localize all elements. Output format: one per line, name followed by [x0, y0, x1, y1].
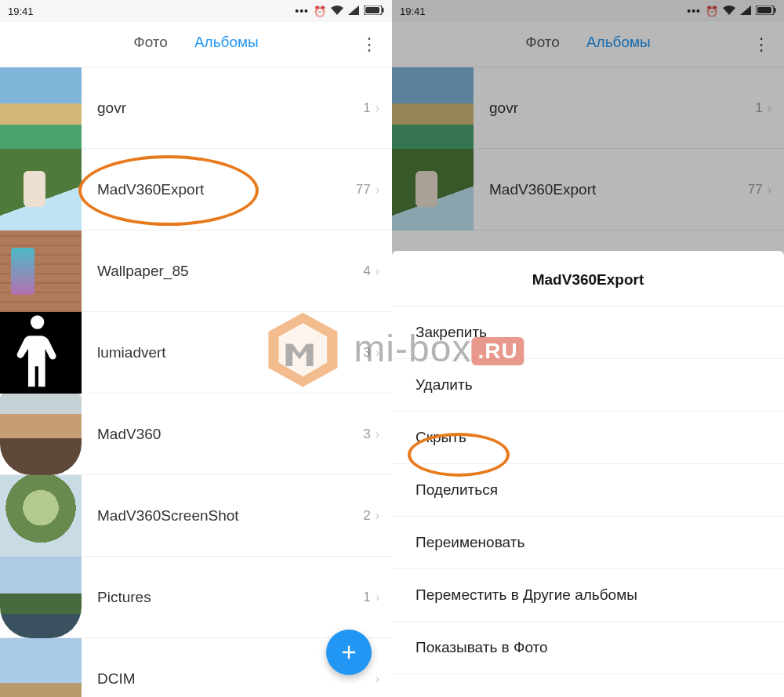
top-bar: Фото Альбомы ⋮	[0, 22, 392, 67]
plus-icon	[338, 641, 360, 663]
alarm-icon: ⏰	[314, 5, 326, 17]
notification-dots-icon: •••	[295, 5, 309, 17]
album-thumbnail	[0, 67, 82, 149]
album-row: govr 1 ›	[392, 67, 784, 149]
menu-item-delete[interactable]: Удалить	[392, 359, 784, 412]
status-bar: 19:41 ••• ⏰	[392, 0, 784, 22]
more-menu-button[interactable]: ⋮	[361, 22, 378, 67]
album-row[interactable]: MadV360ScreenShot 2 ›	[0, 475, 392, 557]
album-list[interactable]: govr 1 › MadV360Export 77 › Wallpaper_85…	[0, 67, 392, 697]
sheet-title: MadV360Export	[392, 251, 784, 307]
album-row[interactable]: MadV360Export 77 ›	[0, 149, 392, 231]
status-icons: ••• ⏰	[295, 5, 384, 17]
status-time: 19:41	[8, 5, 34, 17]
album-name: MadV360	[97, 426, 363, 443]
status-bar: 19:41 ••• ⏰	[0, 0, 392, 22]
svg-rect-1	[382, 8, 384, 13]
menu-item-rename[interactable]: Переименовать	[392, 517, 784, 569]
album-count: 1	[363, 100, 370, 116]
album-count: 77	[356, 182, 371, 198]
album-row: MadV360Export 77 ›	[392, 149, 784, 231]
album-thumbnail	[0, 557, 82, 638]
signal-icon	[348, 5, 359, 17]
tab-photos[interactable]: Фото	[525, 34, 560, 56]
album-row[interactable]: MadV360 3 ›	[0, 394, 392, 475]
chevron-right-icon: ›	[376, 183, 379, 197]
tab-albums[interactable]: Альбомы	[586, 34, 651, 56]
menu-item-pin[interactable]: Закрепить	[392, 307, 784, 359]
album-count: 4	[363, 263, 370, 279]
album-thumbnail	[392, 149, 474, 231]
chevron-right-icon: ›	[376, 264, 379, 278]
menu-item-hide[interactable]: Скрыть	[392, 412, 784, 464]
album-count: 77	[748, 182, 763, 198]
chevron-right-icon: ›	[376, 672, 379, 686]
menu-item-move[interactable]: Переместить в Другие альбомы	[392, 569, 784, 622]
album-thumbnail	[392, 67, 474, 149]
svg-rect-5	[757, 7, 771, 13]
chevron-right-icon: ›	[768, 101, 771, 115]
album-name: govr	[489, 100, 755, 117]
album-row[interactable]: lumiadvert 3 ›	[0, 312, 392, 394]
album-thumbnail	[0, 475, 82, 557]
album-count: 2	[363, 508, 370, 524]
album-thumbnail	[0, 394, 82, 475]
wifi-icon	[331, 5, 343, 17]
album-name: MadV360Export	[97, 181, 356, 198]
album-name: MadV360Export	[489, 181, 748, 198]
album-row[interactable]: govr 1 ›	[0, 67, 392, 149]
album-name: Wallpaper_85	[97, 263, 363, 280]
album-count: 1	[363, 590, 370, 605]
album-thumbnail	[0, 149, 82, 231]
album-name: lumiadvert	[97, 344, 363, 361]
album-name: govr	[97, 100, 363, 117]
album-thumbnail	[0, 312, 82, 394]
menu-item-show-in-photos[interactable]: Показывать в Фото	[392, 622, 784, 674]
album-thumbnail	[0, 638, 82, 698]
album-count: 3	[363, 427, 370, 442]
album-thumbnail	[0, 231, 82, 312]
add-album-button[interactable]	[326, 630, 372, 675]
album-row[interactable]: Pictures 1 ›	[0, 557, 392, 638]
alarm-icon: ⏰	[706, 5, 718, 17]
more-menu-button[interactable]: ⋮	[753, 22, 770, 67]
chevron-right-icon: ›	[768, 183, 771, 197]
album-name: DCIM	[97, 670, 371, 688]
album-row[interactable]: Wallpaper_85 4 ›	[0, 231, 392, 312]
signal-icon	[740, 5, 751, 17]
wifi-icon	[723, 5, 735, 17]
battery-icon	[756, 5, 776, 17]
chevron-right-icon: ›	[376, 346, 379, 360]
album-count: 1	[755, 100, 762, 116]
svg-rect-2	[365, 7, 379, 13]
album-name: MadV360ScreenShot	[97, 507, 363, 525]
screen-left: 19:41 ••• ⏰ Фото Альбомы ⋮ govr 1	[0, 0, 392, 697]
context-menu-sheet: MadV360Export Закрепить Удалить Скрыть П…	[392, 251, 784, 697]
chevron-right-icon: ›	[376, 590, 379, 604]
notification-dots-icon: •••	[687, 5, 701, 17]
album-count: 3	[363, 345, 370, 361]
menu-item-share[interactable]: Поделиться	[392, 464, 784, 517]
tab-albums[interactable]: Альбомы	[194, 34, 259, 56]
svg-rect-4	[774, 8, 776, 13]
album-name: Pictures	[97, 589, 363, 606]
chevron-right-icon: ›	[376, 509, 379, 523]
status-icons: ••• ⏰	[687, 5, 776, 17]
top-bar: Фото Альбомы ⋮	[392, 22, 784, 67]
battery-icon	[364, 5, 384, 17]
chevron-right-icon: ›	[376, 101, 379, 115]
chevron-right-icon: ›	[376, 427, 379, 441]
album-list: govr 1 › MadV360Export 77 ›	[392, 67, 784, 231]
status-time: 19:41	[400, 5, 426, 17]
tab-photos[interactable]: Фото	[133, 34, 168, 56]
screen-right: 19:41 ••• ⏰ Фото Альбомы ⋮ govr 1	[392, 0, 784, 697]
